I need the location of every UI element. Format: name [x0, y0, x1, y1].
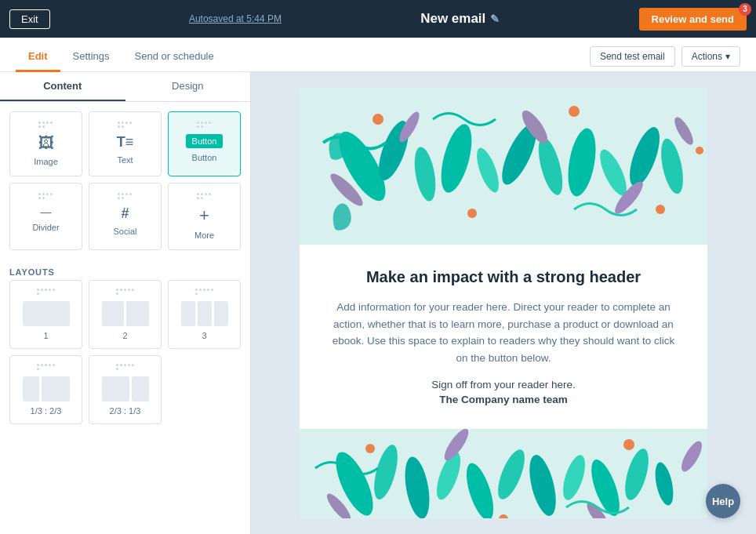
layout-item-1[interactable]: 1: [9, 280, 82, 349]
email-preview: Make an impact with a strong header Add …: [300, 88, 707, 518]
dots-decoration: [38, 122, 54, 128]
email-top-banner: [300, 88, 707, 245]
layout-3-label: 3: [202, 331, 206, 340]
layout-2-label: 2: [122, 331, 127, 340]
panel-tabs: Content Design: [0, 72, 250, 102]
autosaved-label: Autosaved at 5:44 PM: [189, 13, 282, 24]
dots-decoration: [38, 193, 54, 199]
email-title-area: New email ✎: [420, 11, 500, 27]
layout-preview-3: [181, 301, 228, 326]
tab-send-schedule[interactable]: Send or schedule: [122, 42, 227, 72]
image-icon: 🖼: [38, 134, 54, 152]
send-test-email-button[interactable]: Send test email: [590, 46, 675, 67]
layout-1-label: 1: [43, 331, 48, 340]
left-panel: Content Design 🖼 Image T≡ Text: [0, 72, 251, 534]
dots-decoration: [118, 193, 133, 199]
layout-1-3-2-3-label: 1/3 : 2/3: [31, 406, 62, 416]
dots-decoration: [116, 364, 135, 370]
exit-button[interactable]: Exit: [9, 9, 50, 29]
layout-item-3[interactable]: 3: [168, 280, 241, 349]
content-item-image[interactable]: 🖼 Image: [9, 111, 82, 176]
svg-point-20: [656, 205, 665, 214]
email-signoff: Sign off from your reader here.: [331, 379, 676, 391]
divider-icon: —: [41, 205, 52, 218]
dots-decoration: [116, 289, 135, 295]
social-label: Social: [114, 227, 137, 236]
svg-point-21: [696, 147, 703, 154]
subnav: Edit Settings Send or schedule Send test…: [0, 38, 756, 72]
tab-settings[interactable]: Settings: [60, 42, 122, 72]
dots-decoration: [195, 289, 214, 295]
topbar-right: Review and send 3: [639, 8, 747, 31]
more-label: More: [194, 231, 214, 240]
dots-decoration: [37, 364, 56, 370]
email-body-text: Add information for your reader here. Di…: [331, 299, 676, 366]
main-layout: Content Design 🖼 Image T≡ Text: [0, 72, 756, 534]
email-heading: Make an impact with a strong header: [331, 268, 676, 286]
dots-decoration: [197, 122, 213, 128]
panel-tab-content[interactable]: Content: [0, 72, 125, 101]
chevron-down-icon: ▾: [725, 51, 730, 62]
content-item-button[interactable]: Button Button: [168, 111, 241, 176]
content-item-social[interactable]: # Social: [89, 183, 162, 250]
email-company: The Company name team: [331, 394, 676, 405]
content-item-text[interactable]: T≡ Text: [89, 111, 162, 176]
svg-point-40: [623, 439, 634, 450]
text-icon: T≡: [117, 134, 134, 151]
layout-preview-2: [102, 301, 149, 326]
dots-decoration: [118, 122, 133, 128]
more-icon: +: [199, 205, 209, 226]
topbar: Exit Autosaved at 5:44 PM New email ✎ Re…: [0, 0, 756, 38]
content-items-grid: 🖼 Image T≡ Text Button Button: [0, 102, 250, 260]
email-body: Make an impact with a strong header Add …: [300, 245, 707, 429]
dots-decoration: [37, 289, 56, 295]
panel-tab-design[interactable]: Design: [125, 72, 251, 101]
layout-item-1-3-2-3[interactable]: 1/3 : 2/3: [9, 355, 82, 424]
email-title-text: New email: [420, 11, 485, 27]
review-badge: 3: [739, 3, 751, 16]
svg-point-38: [365, 444, 375, 453]
social-icon: #: [121, 205, 129, 222]
layout-2-3-1-3-label: 2/3 : 1/3: [110, 406, 141, 416]
content-item-divider[interactable]: — Divider: [9, 183, 82, 250]
top-banner-svg: [300, 88, 707, 245]
layout-preview-2-3-1-3: [102, 376, 149, 401]
actions-button[interactable]: Actions ▾: [681, 46, 740, 67]
button-label: Button: [192, 153, 217, 162]
image-label: Image: [34, 157, 58, 166]
layout-preview-1: [23, 301, 70, 326]
subnav-tabs: Edit Settings Send or schedule: [16, 42, 227, 71]
layout-item-2[interactable]: 2: [89, 280, 162, 349]
subnav-actions: Send test email Actions ▾: [590, 46, 740, 71]
edit-icon[interactable]: ✎: [490, 13, 500, 25]
tab-edit[interactable]: Edit: [16, 42, 60, 72]
email-preview-area: Make an impact with a strong header Add …: [251, 72, 756, 534]
layouts-grid: 1 2: [0, 280, 250, 434]
svg-point-17: [373, 114, 383, 125]
text-label: Text: [117, 155, 133, 165]
review-and-send-button[interactable]: Review and send 3: [639, 8, 747, 31]
content-item-more[interactable]: + More: [168, 183, 241, 250]
layout-preview-1-3-2-3: [23, 376, 70, 401]
svg-point-18: [467, 209, 477, 218]
divider-label: Divider: [32, 223, 59, 232]
dots-decoration: [197, 193, 213, 199]
bottom-banner-svg: [300, 429, 707, 518]
layout-item-2-3-1-3[interactable]: 2/3 : 1/3: [89, 355, 162, 424]
button-preview-icon: Button: [186, 134, 224, 148]
layouts-section-label: LAYOUTS: [0, 260, 250, 280]
svg-point-19: [569, 106, 580, 117]
help-button[interactable]: Help: [706, 484, 740, 518]
email-bottom-banner: [300, 429, 707, 518]
